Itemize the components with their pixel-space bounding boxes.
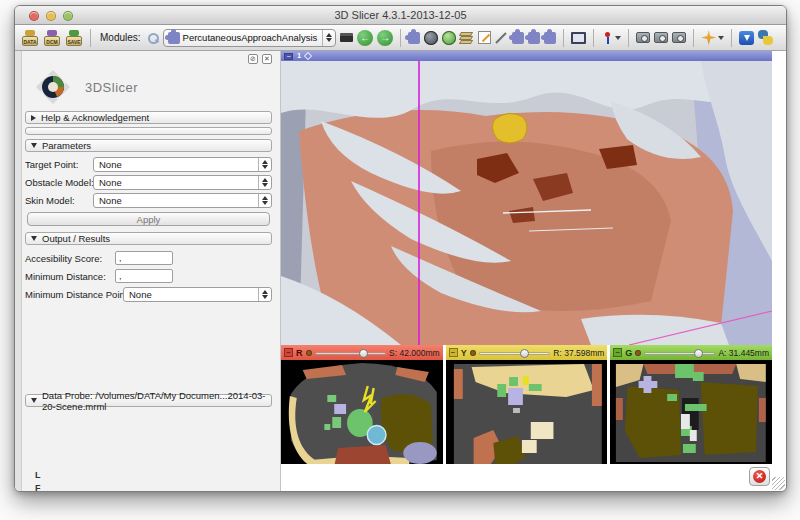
expanded-triangle-icon — [31, 398, 37, 403]
module-forward-button[interactable]: → — [377, 28, 393, 48]
module-history-icon[interactable] — [340, 28, 353, 48]
slice-red-offset-value: S: 42.000mm — [389, 348, 440, 358]
slicer-logo — [33, 67, 73, 107]
modules-label: Modules: — [100, 32, 141, 43]
slice-red-label: R — [296, 348, 303, 358]
slice-green-collapse-button[interactable]: − — [613, 348, 622, 357]
data-probe-row-f: F — [35, 482, 42, 492]
apply-button[interactable]: Apply — [27, 212, 270, 226]
slice-yellow-offset-slider[interactable] — [479, 349, 551, 357]
favorite-module-pen-icon[interactable] — [495, 28, 508, 48]
favorite-module-puzzle-2-icon[interactable] — [512, 28, 524, 48]
favorite-module-puzzle-1-icon[interactable] — [408, 28, 420, 48]
slice-red-header[interactable]: − R S: 42.000mm — [281, 345, 443, 360]
accessibility-score-label: Accesibility Score: — [25, 253, 102, 264]
mouse-mode-marker-icon[interactable] — [601, 28, 621, 48]
status-bar: ✕ — [281, 464, 786, 491]
module-search-icon[interactable] — [147, 32, 159, 44]
error-icon: ✕ — [753, 470, 766, 483]
skin-model-label: Skin Model: — [25, 195, 75, 206]
slice-yellow-collapse-button[interactable]: − — [449, 348, 458, 357]
module-puzzle-icon — [168, 32, 180, 44]
minimize-window-button[interactable] — [46, 11, 56, 21]
expanded-triangle-icon — [31, 236, 37, 241]
load-dicom-button[interactable]: DCM — [43, 28, 61, 48]
module-selected-name: PercutaneousApproachAnalysis — [183, 32, 318, 43]
minimum-distance-point-combobox[interactable]: None — [123, 287, 272, 302]
slice-yellow-header[interactable]: − Y R: 37.598mm — [446, 345, 608, 360]
scene-view-capture-button[interactable] — [654, 28, 668, 48]
panel-close-icon[interactable]: ✕ — [262, 54, 272, 64]
slice-green-offset-slider[interactable] — [644, 349, 715, 357]
section-data-probe[interactable]: Data Probe: /Volumes/DATA/My Documen...2… — [25, 394, 272, 407]
scene-view-restore-button[interactable] — [672, 28, 686, 48]
view3d-collapse-button[interactable]: − — [284, 53, 293, 60]
app-window: 3D Slicer 4.3.1-2013-12-05 DATA DCM SAVE… — [14, 5, 787, 492]
section-parameters[interactable]: Parameters — [25, 139, 272, 152]
view3d-canvas[interactable] — [281, 61, 772, 345]
slice-red-canvas[interactable] — [281, 360, 443, 466]
resize-grip[interactable] — [772, 477, 785, 490]
extensions-manager-button[interactable] — [739, 28, 754, 48]
slice-green-label: G — [625, 348, 632, 358]
slice-view-red: − R S: 42.000mm — [281, 345, 443, 466]
main-toolbar: DATA DCM SAVE Modules: PercutaneousAppro… — [15, 25, 786, 51]
slice-yellow-label: Y — [461, 348, 467, 358]
accessibility-score-field[interactable]: , — [115, 251, 173, 265]
error-log-button[interactable]: ✕ — [749, 467, 770, 486]
slice-green-canvas[interactable] — [610, 360, 772, 466]
slice-green-header[interactable]: − G A: 31.445mm — [610, 345, 772, 360]
target-point-label: Target Point: — [25, 159, 78, 170]
favorite-module-editor-icon[interactable] — [478, 28, 491, 48]
layout-selector-icon[interactable] — [571, 28, 586, 48]
data-probe-rows: L F B — [35, 469, 42, 492]
module-selector-combobox[interactable]: PercutaneousApproachAnalysis — [163, 29, 337, 47]
collapsed-triangle-icon — [31, 115, 36, 121]
title-bar[interactable]: 3D Slicer 4.3.1-2013-12-05 — [15, 6, 786, 25]
screenshot-button[interactable] — [636, 28, 650, 48]
slice-red-offset-slider[interactable] — [315, 349, 387, 357]
section-output-results[interactable]: Output / Results — [25, 232, 272, 245]
slice-yellow-canvas[interactable] — [446, 360, 608, 466]
target-point-combobox[interactable]: None — [93, 157, 272, 172]
slice-red-collapse-button[interactable]: − — [284, 348, 293, 357]
favorite-module-layers-icon[interactable] — [460, 28, 474, 48]
slice-view-yellow: − Y R: 37.598mm — [446, 345, 608, 466]
module-back-button[interactable]: ← — [357, 28, 373, 48]
window-title: 3D Slicer 4.3.1-2013-12-05 — [334, 9, 466, 21]
slice-green-offset-value: A: 31.445mm — [718, 348, 769, 358]
load-data-button[interactable]: DATA — [21, 28, 39, 48]
slice-yellow-offset-value: R: 37.598mm — [553, 348, 604, 358]
skin-model-combobox[interactable]: None — [93, 193, 272, 208]
module-panel: ⊘ ✕ 3DSlicer Help & Acknowledgement Para… — [15, 51, 281, 491]
panel-gutter — [15, 51, 22, 491]
favorite-module-green-globe-icon[interactable] — [442, 28, 456, 48]
favorite-module-puzzle-3-icon[interactable] — [528, 28, 540, 48]
module-selector-stepper[interactable] — [322, 30, 335, 46]
section-help-acknowledgement[interactable]: Help & Acknowledgement — [25, 111, 272, 124]
data-probe-row-l: L — [35, 469, 42, 482]
obstacle-model-label: Obstacle Model: — [25, 177, 94, 188]
view3d-diamond-icon — [304, 52, 312, 60]
crosshair-icon[interactable] — [701, 28, 724, 48]
close-window-button[interactable] — [29, 11, 39, 21]
empty-section-bar — [25, 127, 272, 135]
view3d-header-bar[interactable]: − 1 — [281, 51, 772, 61]
zoom-window-button[interactable] — [63, 11, 73, 21]
favorite-module-puzzle-4-icon[interactable] — [544, 28, 556, 48]
slicer-logo-text: 3DSlicer — [85, 80, 138, 95]
view-layout-area: − 1 — [281, 51, 772, 491]
panel-pin-icon[interactable]: ⊘ — [248, 54, 258, 64]
expanded-triangle-icon — [31, 143, 37, 148]
obstacle-model-combobox[interactable]: None — [93, 175, 272, 190]
slice-yellow-pin-icon[interactable] — [470, 350, 476, 356]
minimum-distance-label: Minimum Distance: — [25, 271, 106, 282]
save-button[interactable]: SAVE — [65, 28, 83, 48]
minimum-distance-point-label: Minimum Distance Point: — [25, 289, 130, 300]
python-console-button[interactable] — [758, 28, 773, 48]
slice-view-green: − G A: 31.445mm — [610, 345, 772, 466]
minimum-distance-field[interactable]: , — [115, 269, 173, 283]
favorite-module-dark-globe-icon[interactable] — [424, 28, 438, 48]
slice-green-pin-icon[interactable] — [635, 350, 641, 356]
slice-red-pin-icon[interactable] — [306, 350, 312, 356]
